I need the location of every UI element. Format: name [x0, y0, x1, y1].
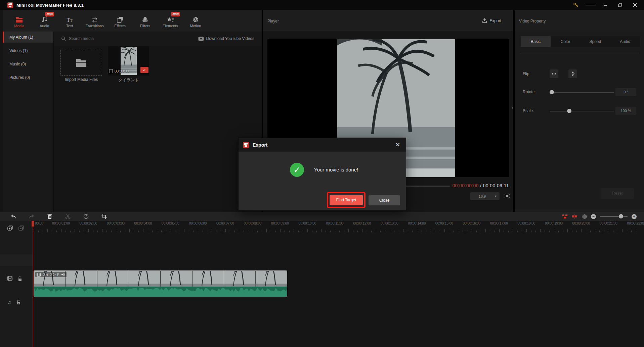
- rotate-value[interactable]: 0 °: [615, 88, 636, 96]
- ruler-label: 00:00:22:00: [627, 221, 644, 225]
- music-track-header: ♫: [7, 300, 21, 305]
- ribbon-item-elements[interactable]: ElementsNew: [160, 14, 181, 28]
- ruler-label: 00:00:13:00: [381, 221, 398, 225]
- download-youtube-button[interactable]: Download YouTube Videos: [198, 36, 254, 41]
- dialog-close-icon[interactable]: ✕: [394, 141, 401, 148]
- ruler-label: 00:00:12:00: [353, 221, 371, 225]
- audio-waveform-icon[interactable]: [582, 214, 587, 219]
- dialog-title: Export: [253, 142, 267, 148]
- find-target-button[interactable]: Find Target: [330, 195, 363, 205]
- delete-icon[interactable]: [46, 213, 54, 220]
- split-scissors-icon[interactable]: [64, 213, 72, 220]
- timeline-video-clip[interactable]: タイランド: [34, 270, 287, 297]
- reset-button[interactable]: Reset: [601, 188, 634, 199]
- app-logo-icon: [7, 2, 13, 8]
- import-media-dropzone[interactable]: [60, 50, 102, 76]
- sidebar-item-my[interactable]: My Album (1): [3, 32, 53, 43]
- minimize-icon[interactable]: [600, 1, 610, 9]
- new-badge: New: [171, 12, 180, 16]
- redo-icon[interactable]: [28, 213, 36, 220]
- license-key-icon[interactable]: [571, 1, 581, 9]
- tab-color[interactable]: Color: [551, 36, 581, 47]
- export-dialog-titlebar: Export ✕: [239, 138, 406, 152]
- media-icon: [15, 14, 23, 23]
- video-property-panel: Video Property BasicColorSpeedAudio Flip…: [515, 10, 644, 212]
- zoom-in-icon[interactable]: +: [632, 214, 637, 219]
- restore-icon[interactable]: [615, 1, 625, 9]
- import-media-label: Import Media Files: [50, 77, 112, 82]
- ruler-label: 00:00:18:00: [518, 221, 535, 225]
- ribbon-label: Audio: [40, 24, 49, 28]
- text-icon: TT: [67, 14, 72, 23]
- ruler-label: 00:00:11:00: [326, 221, 343, 225]
- scale-value[interactable]: 100 %: [615, 107, 636, 115]
- sidebar-item-music[interactable]: Music (0): [3, 58, 53, 69]
- rotate-slider-handle[interactable]: [550, 90, 554, 94]
- fullscreen-icon[interactable]: [505, 194, 510, 198]
- ribbon-item-text[interactable]: TTText: [59, 14, 80, 28]
- time-separator: /: [479, 183, 483, 188]
- search-input[interactable]: [69, 36, 143, 41]
- timeline-ruler[interactable]: 00:0000:00:01:0000:00:02:0000:00:03:0000…: [33, 221, 644, 233]
- track-manage-icons: [7, 226, 24, 231]
- tab-basic[interactable]: Basic: [521, 36, 551, 47]
- ribbon-item-media[interactable]: Media: [9, 14, 30, 28]
- playhead-line[interactable]: [33, 221, 33, 347]
- transitions-icon: [91, 14, 98, 23]
- download-youtube-icon: [198, 37, 204, 41]
- tab-speed[interactable]: Speed: [581, 36, 610, 47]
- scale-slider-handle[interactable]: [567, 109, 571, 113]
- collapse-track-icon[interactable]: [18, 226, 24, 231]
- video-track-icon: [7, 276, 12, 281]
- flip-horizontal-icon: [551, 71, 557, 76]
- titlebar: MiniTool MovieMaker Free 8.3.1: [0, 0, 644, 10]
- flip-vertical-button[interactable]: [568, 69, 577, 78]
- ribbon-item-motion[interactable]: Motion: [185, 14, 206, 28]
- playhead-handle[interactable]: [32, 221, 34, 227]
- new-badge: New: [45, 12, 54, 16]
- video-track-lock-icon[interactable]: [18, 276, 22, 281]
- ribbon-item-audio[interactable]: AudioNew: [34, 14, 55, 28]
- ruler-label: 00:00: [35, 221, 43, 225]
- player-header: Player Export: [263, 10, 513, 31]
- dialog-close-button[interactable]: Close: [369, 195, 400, 205]
- export-button[interactable]: Export: [482, 18, 501, 23]
- menu-icon[interactable]: [586, 1, 596, 9]
- sidebar-item-pictures[interactable]: Pictures (0): [3, 72, 53, 83]
- scale-label: Scale:: [523, 108, 534, 113]
- ribbon-label: Effects: [114, 24, 125, 28]
- clip-frame-thumbnail: [97, 271, 129, 287]
- scale-slider[interactable]: [550, 111, 614, 111]
- zoom-out-icon[interactable]: –: [591, 214, 596, 219]
- panel-collapse-handle[interactable]: ›: [512, 101, 516, 114]
- search-icon: [61, 36, 66, 41]
- undo-icon[interactable]: [9, 213, 17, 220]
- export-icon: [482, 18, 487, 23]
- timeline-zoom-handle[interactable]: [619, 214, 623, 218]
- split-marker-icon[interactable]: [572, 214, 577, 219]
- property-title: Video Property: [519, 19, 546, 23]
- effects-icon: [117, 14, 123, 23]
- close-window-icon[interactable]: [630, 1, 640, 9]
- music-track-lock-icon[interactable]: [16, 300, 21, 305]
- flip-label: Flip:: [523, 71, 530, 76]
- track-headers-column: ♫: [0, 221, 33, 347]
- ribbon-item-transitions[interactable]: Transitions: [84, 14, 105, 28]
- speed-icon[interactable]: [82, 213, 90, 220]
- flip-vertical-icon: [570, 71, 575, 77]
- clip-frame-thumbnail: [256, 271, 287, 287]
- crop-icon[interactable]: [100, 213, 108, 220]
- sidebar-item-videos[interactable]: Videos (1): [3, 45, 53, 56]
- app-title: MiniTool MovieMaker Free 8.3.1: [16, 3, 84, 8]
- media-sidebar: My Album (1)Videos (1)Music (0)Pictures …: [3, 32, 54, 212]
- fit-to-timeline-icon[interactable]: [562, 214, 568, 219]
- media-clip-tile[interactable]: 00:00:09 ✓: [108, 46, 149, 76]
- aspect-ratio-select[interactable]: 16:9 ▼: [470, 192, 500, 200]
- tab-audio[interactable]: Audio: [610, 36, 640, 47]
- timeline-zoom-slider[interactable]: [600, 216, 628, 217]
- flip-horizontal-button[interactable]: [550, 69, 558, 78]
- add-track-icon[interactable]: [7, 226, 13, 231]
- ribbon-item-filters[interactable]: Filters: [135, 14, 156, 28]
- rotate-slider[interactable]: [550, 92, 614, 93]
- ribbon-item-effects[interactable]: Effects: [110, 14, 130, 28]
